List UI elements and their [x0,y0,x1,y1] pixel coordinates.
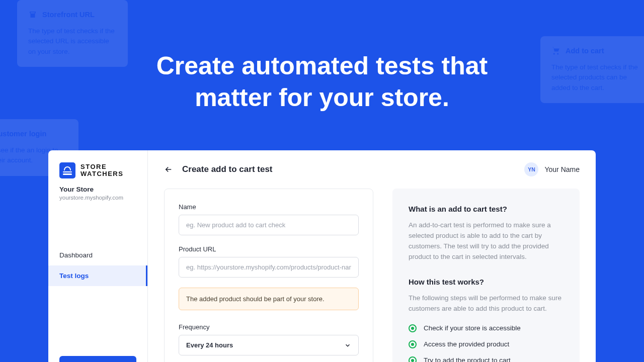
check-ring-icon [409,356,417,362]
chevron-down-icon [344,342,351,349]
step-item: Try to add the product to cart [409,356,564,362]
avatar[interactable]: YN [524,162,538,176]
cart-icon [551,46,560,55]
form-card: Name Product URL The added product shoul… [164,189,373,362]
step-item: Access the provided product [409,340,564,348]
sidebar-cta-button[interactable] [59,356,136,362]
logo-icon [59,162,75,178]
product-url-input[interactable] [179,257,359,278]
sidebar: STOREWATCHERS Your Store yourstore.mysho… [48,150,148,362]
username: Your Name [544,165,580,173]
store-info: Your Store yourstore.myshopify.com [48,186,147,210]
step-item: Check if your store is accessible [409,324,564,332]
nav-test-logs[interactable]: Test logs [48,265,147,286]
name-label: Name [179,203,359,211]
topbar: Create add to cart test YN Your Name [148,150,596,189]
info-body-1: An add-to-cart test is performed to make… [409,220,564,262]
page-title: Create add to cart test [182,164,273,174]
storefront-icon [28,10,37,19]
url-label: Product URL [179,245,359,253]
info-body-2: The following steps will be performed to… [409,293,564,314]
check-ring-icon [409,340,417,348]
info-heading-2: How this test works? [409,278,564,286]
nav-dashboard[interactable]: Dashboard [48,245,147,265]
frequency-label: Frequency [179,323,359,331]
promo-card-storefront: Storefront URL The type of test checks i… [17,0,128,67]
app-window: STOREWATCHERS Your Store yourstore.mysho… [48,150,596,362]
check-ring-icon [409,324,417,332]
brand-logo: STOREWATCHERS [48,150,147,186]
info-heading-1: What is an add to cart test? [409,205,564,213]
info-panel: What is an add to cart test? An add-to-c… [392,189,580,362]
promo-card-addcart: Add to cart The type of test checks if t… [540,36,644,103]
frequency-select[interactable]: Every 24 hours [179,335,359,355]
warning-banner: The added product should be part of your… [179,288,359,310]
back-icon[interactable] [164,165,173,174]
name-input[interactable] [179,215,359,235]
